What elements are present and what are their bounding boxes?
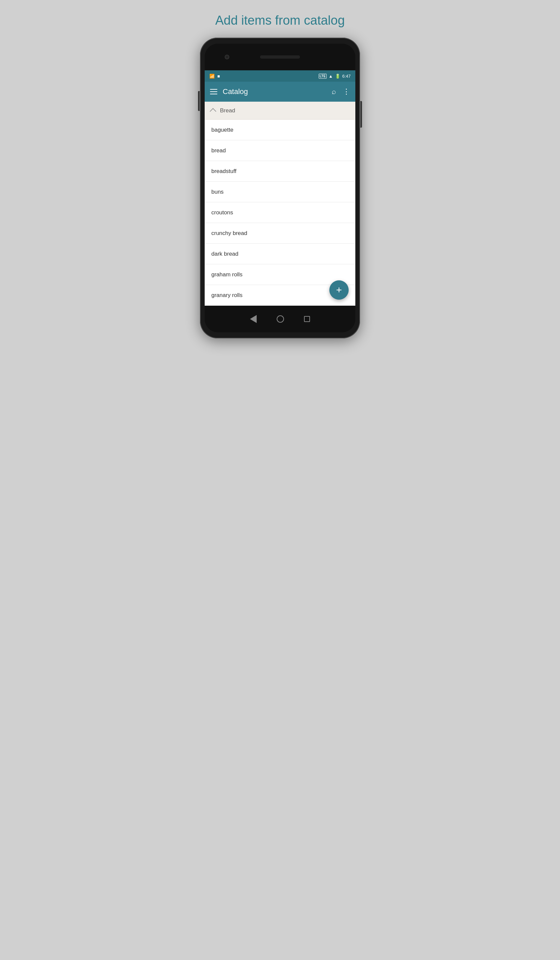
phone-bottom-bezel (205, 306, 355, 332)
list-item-text: crunchy bread (211, 230, 247, 237)
list-item[interactable]: buns (205, 182, 355, 202)
home-button[interactable] (277, 315, 284, 323)
phone-frame: 📶 ■ LTE ▲ 🔋 6:47 Catalog (200, 38, 360, 338)
list-item-text: buns (211, 189, 224, 195)
notification-icon: ■ (217, 74, 220, 78)
list-item[interactable]: crunchy bread (205, 223, 355, 244)
fab-plus-icon: + (336, 285, 342, 295)
camera-icon (225, 55, 229, 59)
list-item[interactable]: dark bread (205, 244, 355, 264)
status-bar: 📶 ■ LTE ▲ 🔋 6:47 (205, 70, 355, 82)
app-bar: Catalog ⌕ ⋮ (205, 82, 355, 102)
phone-screen-area: 📶 ■ LTE ▲ 🔋 6:47 Catalog (205, 44, 355, 332)
add-item-fab[interactable]: + (329, 280, 349, 300)
sim-icon: 📶 (210, 74, 215, 78)
lte-badge: LTE (318, 74, 327, 78)
app-bar-actions: ⌕ ⋮ (332, 87, 350, 96)
screen: 📶 ■ LTE ▲ 🔋 6:47 Catalog (205, 70, 355, 306)
list-item[interactable]: baguette (205, 120, 355, 140)
more-options-button[interactable]: ⋮ (343, 87, 350, 96)
list-item[interactable]: breadstuff (205, 161, 355, 182)
list-item[interactable]: graham rolls (205, 264, 355, 285)
speaker (260, 55, 300, 59)
status-left-icons: 📶 ■ (210, 74, 220, 78)
category-title: Bread (220, 107, 235, 114)
list-item-text: graham rolls (211, 271, 243, 278)
category-header[interactable]: Bread (205, 102, 355, 120)
phone-top-bezel (205, 44, 355, 70)
app-bar-title: Catalog (222, 87, 326, 96)
list-item-text: baguette (211, 126, 233, 133)
list-item-text: breadstuff (211, 168, 236, 174)
chevron-up-icon (210, 108, 216, 115)
list-item[interactable]: bread (205, 140, 355, 161)
list-item-text: dark bread (211, 251, 238, 258)
back-button[interactable] (250, 315, 257, 323)
list-wrapper: Bread baguettebreadbreadstuffbunscrouton… (205, 102, 355, 306)
status-right-info: LTE ▲ 🔋 6:47 (318, 74, 350, 78)
page-title: Add items from catalog (215, 13, 345, 28)
list-item-text: croutons (211, 210, 233, 216)
menu-button[interactable] (210, 89, 217, 94)
clock: 6:47 (342, 74, 350, 78)
list-container: Bread baguettebreadbreadstuffbunscrouton… (205, 102, 355, 306)
list-item-text: granary rolls (211, 292, 243, 299)
battery-icon: 🔋 (335, 74, 340, 78)
items-list: baguettebreadbreadstuffbunscroutonscrunc… (205, 120, 355, 306)
search-button[interactable]: ⌕ (332, 87, 336, 96)
list-item[interactable]: croutons (205, 202, 355, 223)
recents-button[interactable] (304, 316, 310, 322)
signal-icon: ▲ (329, 74, 333, 78)
list-item-text: bread (211, 147, 226, 154)
